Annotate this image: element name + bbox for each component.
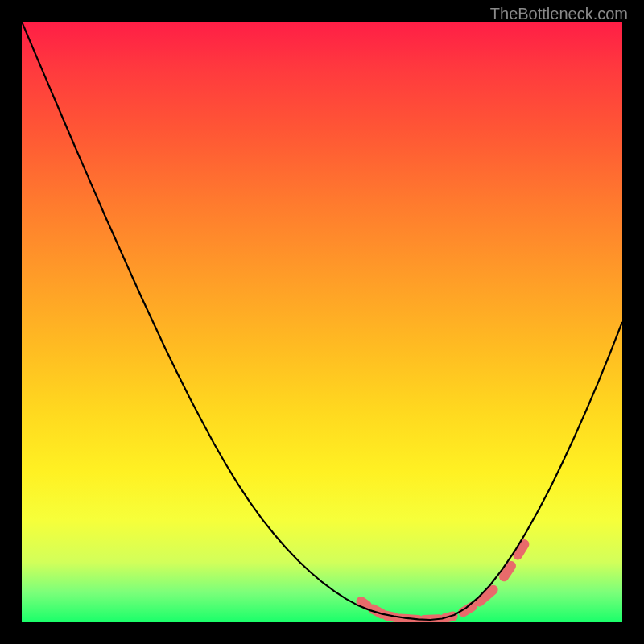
plot-area — [22, 22, 622, 622]
highlight-segments — [361, 544, 525, 620]
watermark: TheBottleneck.com — [490, 5, 628, 23]
bottleneck-curve — [22, 22, 622, 620]
chart-svg — [22, 22, 622, 622]
highlight-dash — [361, 601, 367, 605]
highlight-dash — [504, 566, 511, 576]
highlight-dash — [480, 590, 493, 602]
